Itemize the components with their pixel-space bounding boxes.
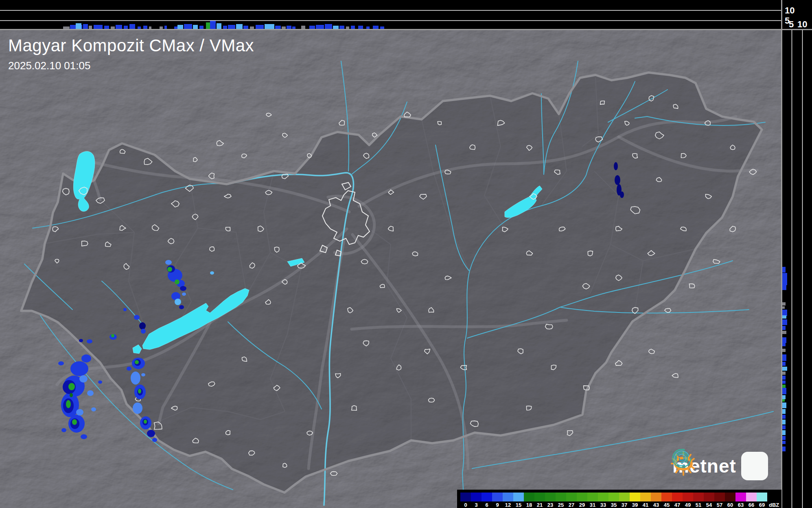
dbz-scale-cell [545, 493, 556, 501]
profile-pixel [782, 285, 786, 290]
profile-pixel [111, 26, 115, 29]
dbz-scale-tick: 43 [651, 502, 661, 508]
profile-pixel [275, 26, 281, 29]
dbz-scale-cell [503, 493, 513, 501]
dbz-scale-cell [534, 493, 545, 501]
profile-pixel [160, 26, 163, 29]
profile-pixel [782, 425, 786, 429]
profile-pixel [782, 446, 786, 451]
profile-pixel [184, 24, 192, 29]
echo-blob [79, 375, 88, 383]
profile-pixel [373, 26, 379, 29]
echo-blob [98, 380, 102, 384]
echo-blob [614, 162, 618, 170]
echo-blob [123, 308, 127, 311]
dbz-scale-tick: 69 [757, 502, 767, 508]
echo-blob [175, 279, 179, 284]
dbz-scale-cell [693, 493, 704, 501]
echo-blob [165, 260, 172, 265]
echo-blob [180, 286, 186, 291]
profile-pixel [782, 362, 786, 366]
dbz-scale-cell [757, 493, 767, 501]
dbz-scale-tick: 3 [471, 502, 482, 508]
right-axis-tick-10: 10 [797, 19, 807, 29]
echo-blob [134, 315, 140, 320]
profile-pixel [782, 267, 786, 273]
dbz-scale-labels: 0369121518212325272931333537394143454749… [460, 502, 767, 508]
echo-blob [179, 305, 184, 309]
dbz-scale-cell [566, 493, 577, 501]
radar-map-canvas: 10 5 5 10 [0, 0, 812, 508]
echo-blob [87, 339, 92, 343]
dbz-scale-cell [630, 493, 640, 501]
profile-pixel [243, 26, 248, 29]
dbz-scale-tick: 25 [556, 502, 566, 508]
profile-pixel [199, 26, 204, 29]
metnet-app-icon [741, 452, 768, 480]
dbz-scale-cell [460, 493, 471, 501]
echo-blob [133, 402, 142, 414]
profile-pixel [236, 24, 243, 29]
profile-pixel [782, 326, 786, 330]
profile-pixel [250, 26, 254, 29]
profile-pixel [782, 420, 786, 424]
profile-pixel [301, 26, 305, 29]
profile-pixel [265, 24, 274, 29]
swirl-icon [671, 447, 693, 469]
profile-pixel [782, 402, 786, 408]
dbz-scale-cell [640, 493, 651, 501]
profile-pixel [149, 26, 151, 29]
profile-pixel [782, 376, 786, 380]
profile-pixel [782, 367, 787, 371]
dbz-scale-tick: 63 [735, 502, 746, 508]
echo-blob [152, 438, 157, 442]
dbz-scale-cell [577, 493, 587, 501]
profile-pixel [287, 26, 291, 29]
profile-pixel [333, 26, 339, 29]
dbz-scale-cell [725, 493, 735, 501]
dbz-scale-cell [714, 493, 725, 501]
dbz-scale-tick: 60 [725, 502, 735, 508]
dbz-scale-tick: 33 [598, 502, 608, 508]
profile-pixel [63, 26, 70, 29]
metnet-logo: metnet [671, 447, 777, 485]
echo-blob [141, 373, 145, 376]
profile-pixel [782, 388, 786, 394]
profile-pixel [339, 26, 344, 29]
profile-pixel [782, 354, 786, 361]
echo-blob [167, 267, 172, 272]
dbz-scale-tick: 41 [640, 502, 651, 508]
echo-blob [615, 175, 620, 185]
profile-pixel [782, 441, 786, 444]
profile-pixel [380, 26, 384, 29]
dbz-scale-cell [672, 493, 683, 501]
dbz-scale-tick: 57 [714, 502, 725, 508]
dbz-scale-cell [651, 493, 661, 501]
dbz-scale-cell [587, 493, 598, 501]
profile-pixel [782, 306, 785, 309]
dbz-scale-tick: 6 [482, 502, 492, 508]
dbz-scale-tick: 18 [524, 502, 534, 508]
profile-pixel [782, 315, 786, 319]
profile-pixel [206, 22, 210, 29]
dbz-scale-tick: 51 [693, 502, 704, 508]
echo-blob [58, 361, 64, 365]
dbz-scale-tick: 29 [577, 502, 587, 508]
profile-pixel [782, 399, 785, 402]
profile-pixel [94, 25, 103, 29]
dbz-scale-tick: 47 [672, 502, 683, 508]
echo-blob [81, 434, 87, 439]
profile-pixel [292, 26, 295, 29]
dbz-scale-tick: 23 [545, 502, 556, 508]
profile-pixel [358, 26, 363, 29]
profile-pixel [143, 26, 147, 29]
echo-blob [144, 420, 147, 424]
echo-blob [79, 339, 83, 342]
profile-pixel [782, 372, 786, 375]
profile-pixel [138, 26, 141, 29]
profile-pixel [76, 23, 81, 29]
dbz-scale-cell [598, 493, 608, 501]
dbz-scale-cell [471, 493, 482, 501]
profile-pixel [782, 310, 787, 316]
profile-pixel [782, 430, 786, 435]
